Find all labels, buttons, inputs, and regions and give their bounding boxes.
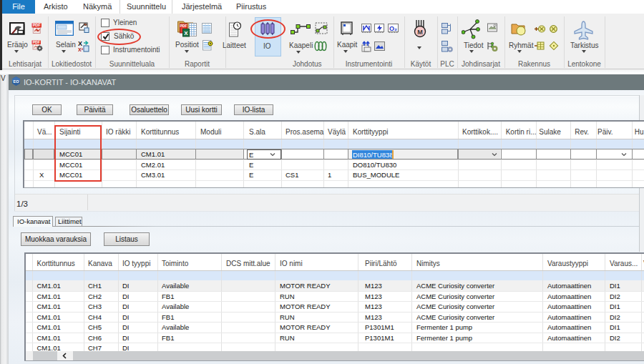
svg-text:X: X bbox=[78, 40, 82, 47]
svg-text:O₂: O₂ bbox=[389, 25, 397, 32]
svg-text:M: M bbox=[417, 29, 423, 36]
svg-text:PDF: PDF bbox=[180, 24, 187, 28]
svg-text:EO: EO bbox=[14, 79, 20, 84]
svg-text:PDF: PDF bbox=[33, 23, 42, 27]
svg-text:X: X bbox=[184, 30, 188, 36]
svg-text:PDF: PDF bbox=[33, 40, 40, 44]
svg-text:X²: X² bbox=[78, 47, 84, 52]
